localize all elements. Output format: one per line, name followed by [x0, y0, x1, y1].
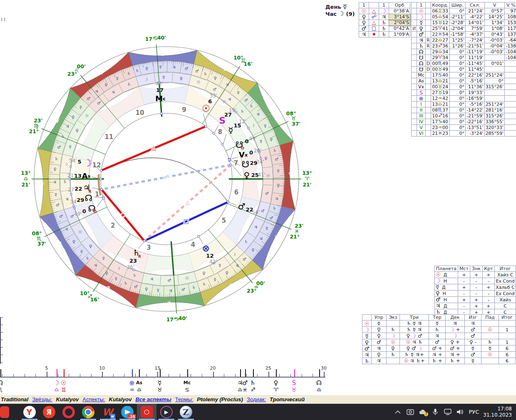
natal-chart-wheel[interactable]: ♃♀☿♂♄♂☉♀♈♀☿♃♄♂☿☽♄♉☿♃♀♄♂♃♂☉♊♂♃☿♀♄♀☿☽♋♄☿♀♃… — [0, 12, 341, 329]
position-row[interactable]: Mc 17♋40 0° 22°16' 251°24' — [412, 72, 516, 78]
position-mark — [412, 107, 417, 113]
aspect-list-table[interactable]: 11Орб ☉ △ ☽ 0°38'A ♀ ☍ ♃ 3°14'S ♀ △ ♄ 2°… — [359, 2, 410, 37]
taskbar-icon-astro-app[interactable]: ⬡ — [137, 404, 156, 420]
aspect-symbol: △ — [369, 8, 379, 14]
position-velocity-pct: 97 — [505, 8, 516, 14]
dignity-summary-table[interactable]: ПланетаМстЗнкКртИтог ☉ Д + + + Хайз С ☽ … — [434, 266, 516, 316]
taskbar-icon-wps-office[interactable]: Ww — [98, 404, 117, 420]
taskbar-icon-yandex[interactable]: Я — [39, 404, 59, 420]
position-mark — [412, 113, 417, 119]
planet-positions-table[interactable]: 1Коорд.Шир.Скл.VV % ☉ 06♊33 0° 21°24' 0°… — [411, 2, 516, 137]
taskbar-icon-media-player[interactable]: ▶ — [156, 404, 176, 420]
position-row[interactable]: И ♀ 25♈41 -2°04' 7°59' 1°08' 117 — [412, 26, 516, 32]
taskbar-icon-opera[interactable] — [59, 404, 78, 420]
svg-text:21°: 21° — [290, 234, 300, 240]
aspect-row[interactable]: ♃ ∗ ♄ 1°09'A — [359, 32, 410, 37]
svg-text:23': 23' — [34, 117, 42, 124]
aspect-orb: 0°42'A — [389, 26, 410, 32]
svg-text:☿: ☿ — [102, 256, 105, 261]
svg-text:♀: ♀ — [225, 271, 228, 275]
dignity-row[interactable]: ☿ Д + - + Хальб С — [435, 284, 516, 291]
status-link[interactable]: Все аспекты — [135, 396, 171, 403]
position-row[interactable]: IV 17♑40 0° -22°16' 336°55' — [412, 119, 516, 125]
ruler-marker-tick — [276, 369, 277, 377]
tray-chevron-up-icon[interactable] — [394, 408, 402, 416]
dignity-row[interactable]: ♂ Н + + - Хайз — [435, 297, 516, 303]
position-motion-flag — [425, 14, 431, 20]
tray-cloud-sync-icon[interactable]: ! — [419, 408, 427, 416]
position-row[interactable]: I 13♎21 0° -5°16' 251°24' — [412, 102, 516, 107]
tray-volume-icon[interactable] — [456, 408, 464, 416]
taskbar-icon-zet[interactable]: Z — [176, 404, 196, 420]
taskbar-icon-telegram[interactable]: .28 — [117, 404, 137, 420]
aspect-row[interactable]: ♀ △ ♄ 2°04'S — [359, 20, 410, 26]
dignity-krt: + — [482, 272, 494, 278]
tray-network-icon[interactable] — [444, 408, 452, 416]
language-indicator[interactable]: РУС — [469, 409, 479, 415]
position-row[interactable]: VI 21♓23 0° -3°24' 285°59' — [412, 131, 516, 137]
svg-text:♂: ♂ — [275, 157, 278, 162]
essential-row[interactable]: ☿ ♀☽♀ ☽ ♂♃☽♂ — [362, 333, 516, 339]
position-row[interactable]: ♃ R 22♎27 1°25' -7°24' -0°03' -64 — [412, 37, 516, 43]
position-row[interactable]: Vx 00♉24 0° 11°36' 315°26' — [412, 84, 516, 90]
svg-text:27': 27' — [68, 187, 76, 193]
dignity-row[interactable]: ☽ Н - - - Ex Cond — [435, 278, 516, 284]
aspect-orb: 1°09'A — [389, 32, 410, 37]
position-latitude: 0° — [449, 113, 466, 119]
status-link[interactable]: Аспекты: — [82, 396, 105, 403]
position-row[interactable]: II 08♏37 0° -14°22' 281°16' — [412, 107, 516, 113]
aspect-planet2: ♃ — [379, 14, 389, 20]
position-row[interactable]: III 10♐16 0° -21°59' 315°26' — [412, 113, 516, 119]
essential-row[interactable]: ☽ ♀♄♄ ☿ ♃♄☽ +♂☉ 1 — [362, 327, 516, 333]
position-row[interactable]: ☋ D 00♉49 0° 11°45' — [412, 67, 516, 72]
position-row[interactable]: ☊ D 00♏49 0° -11°45' 0°01' — [412, 61, 516, 67]
position-row[interactable]: ☊ 29♎34 0° -11°19' -0°03' -104 — [412, 49, 516, 55]
essential-upr: ♀ — [372, 327, 387, 333]
svg-text:♀: ♀ — [214, 76, 217, 80]
taskbar-icon-chrome[interactable] — [78, 404, 98, 420]
essential-row[interactable]: ♀ ♂☉☉ ♃ ♄♂♀ +♀ -♄ 1 — [362, 339, 516, 345]
dignity-row[interactable]: ☉ Д + + + Хайз С — [435, 272, 516, 278]
clock[interactable]: 17:08 31.10.2023 — [483, 406, 512, 418]
status-link[interactable]: Звёзды: — [32, 396, 52, 403]
taskbar-icon-app-partial[interactable] — [0, 404, 20, 420]
aspect-row[interactable]: ♀ ☍ ♃ 3°14'S — [359, 14, 410, 20]
essential-row[interactable]: ♂ ♃♀♀ ♂ ☽♂ +♂ +☿☿ 6 — [362, 345, 516, 352]
status-link[interactable]: Термы: — [175, 396, 194, 403]
position-declination: 11°36' — [466, 84, 485, 90]
essential-row[interactable]: ♃ ♀♄♄ ☿ ♃+♃ +♃ +♂☉ 6 — [362, 352, 516, 358]
position-row[interactable]: ♂ 22♓54 -1°58' -4°37' 0°43' 137 — [412, 32, 516, 37]
status-link[interactable]: Зодиак: — [247, 396, 266, 403]
position-row[interactable]: As 13♎21 0° -5°16' 0° — [412, 78, 516, 84]
position-row[interactable]: ♄ R 23♐36 1°26' -21°51' -0°04' -138 — [412, 43, 516, 49]
position-row[interactable]: ☋ 29♈34 0° 11°19' -104 — [412, 55, 516, 61]
status-value: Traditional — [1, 396, 28, 403]
position-row[interactable]: ☉ 06♊33 0° 21°24' 0°57' 97 — [412, 8, 516, 14]
essential-col-header: Итог — [499, 315, 516, 321]
position-row[interactable]: ☿ 15♉12 -2°28' 14°01' 1°34' 153 — [412, 20, 516, 26]
essential-row[interactable]: ♄ ♃☉ ♃ ♄+♄ +♄ +☿ 6 — [362, 358, 516, 364]
svg-text:☿: ☿ — [55, 192, 57, 197]
svg-text:♂: ♂ — [87, 96, 90, 101]
svg-text:♂: ♂ — [265, 191, 269, 196]
svg-text:♒: ♒ — [229, 281, 235, 289]
position-row[interactable]: ☽ 05♎54 -2°11' -4°22' 14°25' 108 — [412, 14, 516, 20]
app-partial-icon — [0, 406, 9, 418]
dignity-row[interactable]: ♃ Д - + + С — [435, 303, 516, 309]
position-motion-flag — [425, 32, 431, 37]
position-row[interactable]: ⊗ 12♒42 0° -16°59' — [412, 96, 516, 102]
dignity-row[interactable]: ♀ Н - - - Ex Cond — [435, 291, 516, 297]
tray-screencast-icon[interactable] — [406, 408, 414, 416]
aspect-row[interactable]: ☉ △ ☽ 0°38'A — [359, 8, 410, 14]
ruler-sign-glyph: ♋ — [185, 387, 190, 393]
essential-dignities-table[interactable]: УпрЭкзТриТерДекИзгПадИтог ☉ ☿♄ ☿ ♃☿♃♃ ☽ … — [362, 314, 516, 364]
tray-microphone-icon[interactable] — [431, 408, 439, 416]
aspect-row[interactable]: ♂ □ ♄ 0°42'A — [359, 26, 410, 32]
taskbar-icon-yandex-browser[interactable]: Y — [20, 404, 39, 420]
essential-upr: ♀ — [372, 333, 387, 339]
essential-row[interactable]: ☉ ☿♄ ☿ ♃☿♃♃ — [362, 321, 516, 327]
position-row[interactable]: V 23♒00 0° -13°51' 320°33' — [412, 125, 516, 131]
position-row[interactable]: S 27♉19 0° 19°33' — [412, 90, 516, 96]
svg-text:∗: ∗ — [120, 211, 125, 218]
position-motion-flag — [425, 102, 431, 107]
